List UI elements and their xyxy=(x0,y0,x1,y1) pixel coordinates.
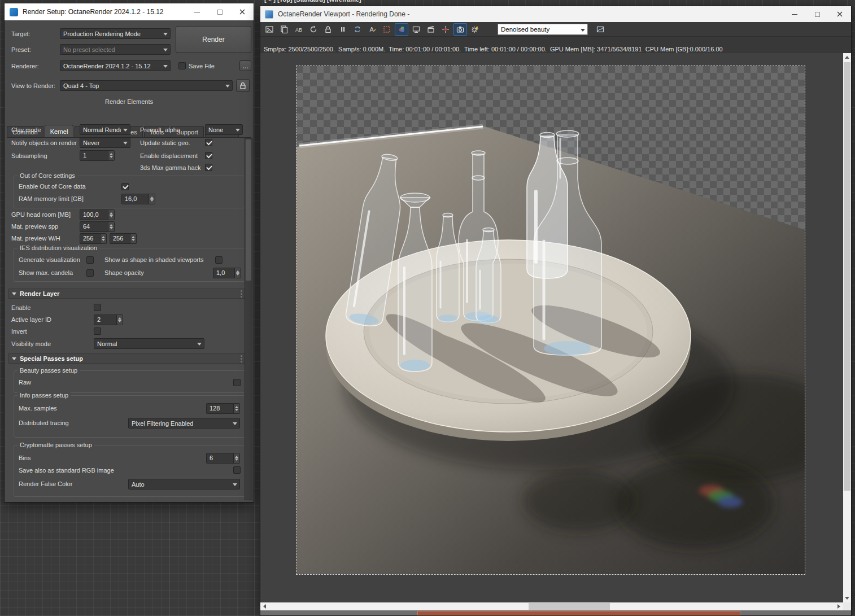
tab-kernel[interactable]: Kernel xyxy=(45,125,74,137)
max-samples-spinner[interactable]: 128 xyxy=(206,403,240,414)
scroll-left-icon[interactable] xyxy=(260,602,268,610)
octane-titlebar[interactable]: OctaneRender Viewport - Rendering Done - xyxy=(260,6,851,22)
vertical-scrollbar-thumb[interactable] xyxy=(844,62,850,491)
render-passes-icon[interactable] xyxy=(395,23,408,36)
render-view-area[interactable] xyxy=(260,53,843,602)
gamma-hack-checkbox[interactable] xyxy=(205,164,212,171)
subsampling-spinner[interactable]: 1 xyxy=(80,150,115,161)
sync-icon[interactable] xyxy=(351,23,364,36)
scroll-up-icon[interactable] xyxy=(843,53,851,61)
denoiser-dropdown[interactable]: Denoised beauty xyxy=(498,24,588,35)
spinner-arrows-icon[interactable] xyxy=(234,268,241,278)
active-layer-spinner[interactable]: 2 xyxy=(94,314,123,325)
lock-icon xyxy=(239,82,246,89)
spinner-arrows-icon[interactable] xyxy=(130,234,136,243)
lut-icon[interactable] xyxy=(594,23,607,36)
dialog-scrollbar-thumb[interactable] xyxy=(246,139,251,281)
save-rgb-checkbox[interactable] xyxy=(233,466,241,474)
show-candela-checkbox[interactable] xyxy=(86,269,94,277)
premult-alpha-dropdown[interactable]: None xyxy=(205,124,243,135)
render-layer-rollout[interactable]: Render Layer xyxy=(8,289,247,299)
raw-checkbox[interactable] xyxy=(233,379,241,386)
mat-preview-spp-spinner[interactable]: 64 xyxy=(80,221,115,232)
preset-dropdown[interactable]: No preset selected xyxy=(60,44,171,55)
camera-icon[interactable] xyxy=(453,23,467,36)
clay-mode-dropdown[interactable]: Normal Rende xyxy=(80,124,130,135)
view-to-render-label: View to Render: xyxy=(11,82,55,89)
save-file-checkbox[interactable] xyxy=(178,62,186,69)
mat-preview-h-value: 256 xyxy=(110,234,130,243)
octane-app-icon xyxy=(265,10,273,19)
spinner-arrows-icon[interactable] xyxy=(108,222,114,231)
browse-button[interactable]: ... xyxy=(239,60,251,71)
maximize-icon[interactable] xyxy=(208,3,231,20)
mat-preview-w-spinner[interactable]: 256 xyxy=(80,233,107,244)
notify-objects-dropdown[interactable]: Never xyxy=(80,137,130,148)
region-render-icon[interactable] xyxy=(380,23,394,36)
false-color-dropdown[interactable]: Auto xyxy=(128,479,240,490)
export-image-icon[interactable] xyxy=(263,23,276,36)
ab-compare-icon[interactable]: AB xyxy=(292,23,306,36)
ooc-enable-checkbox[interactable] xyxy=(121,183,129,190)
renderer-dropdown[interactable]: OctaneRender 2024.1.2 - 15.12 xyxy=(60,60,171,71)
scroll-right-icon[interactable] xyxy=(835,602,843,610)
mat-preview-wh-label: Mat. preview W/H xyxy=(11,235,60,242)
enable-displacement-checkbox[interactable] xyxy=(205,152,212,159)
kernel-settings-icon[interactable] xyxy=(468,23,482,36)
scroll-down-icon[interactable] xyxy=(843,595,851,602)
out-of-core-group: Out of Core settings Enable Out of Core … xyxy=(14,176,245,208)
rendered-image[interactable] xyxy=(296,65,805,575)
show-shape-checkbox[interactable] xyxy=(215,256,223,264)
render-setup-titlebar[interactable]: Render Setup: OctaneRender 2024.1.2 - 15… xyxy=(5,3,254,20)
target-dropdown[interactable]: Production Rendering Mode xyxy=(60,28,171,39)
picker-icon[interactable] xyxy=(439,23,452,36)
track-bar xyxy=(260,610,851,615)
visibility-mode-dropdown[interactable]: Normal xyxy=(94,338,204,349)
dialog-scrollbar[interactable] xyxy=(245,138,252,500)
show-shape-label: Show as shape in shaded viewports xyxy=(104,256,204,263)
mat-preview-h-spinner[interactable]: 256 xyxy=(110,233,137,244)
special-passes-rollout[interactable]: Special Passes setup xyxy=(8,353,247,364)
rollout-collapse-icon xyxy=(12,357,16,362)
spinner-arrows-icon[interactable] xyxy=(100,234,106,243)
spinner-arrows-icon[interactable] xyxy=(149,194,155,204)
text-overlay-icon[interactable]: A xyxy=(365,23,379,36)
shape-opacity-spinner[interactable]: 1,0 xyxy=(213,268,241,278)
horizontal-scrollbar-thumb[interactable] xyxy=(529,603,610,610)
update-static-checkbox[interactable] xyxy=(205,139,212,146)
spinner-arrows-icon[interactable] xyxy=(108,210,114,220)
layer-enable-checkbox[interactable] xyxy=(94,304,101,311)
clipboard-icon[interactable] xyxy=(277,23,291,36)
distributed-tracing-dropdown[interactable]: Pixel Filtering Enabled xyxy=(128,418,240,429)
track-bar-range[interactable] xyxy=(417,611,740,615)
film-clap-icon[interactable] xyxy=(424,23,438,36)
lock-icon[interactable] xyxy=(321,23,335,36)
spinner-arrows-icon[interactable] xyxy=(233,404,239,413)
spinner-arrows-icon[interactable] xyxy=(108,151,114,160)
active-layer-label: Active layer ID xyxy=(11,316,51,323)
save-rgb-label: Save also as standard RGB image xyxy=(19,467,114,474)
pause-icon[interactable] xyxy=(336,23,350,36)
render-button[interactable]: Render xyxy=(176,26,251,53)
generate-visualization-checkbox[interactable] xyxy=(86,256,94,264)
renderer-value: OctaneRender 2024.1.2 - 15.12 xyxy=(63,63,151,69)
minimize-icon[interactable] xyxy=(783,6,806,22)
horizontal-scrollbar[interactable] xyxy=(260,602,843,610)
close-icon[interactable] xyxy=(231,3,254,20)
ram-limit-spinner[interactable]: 16,0 xyxy=(121,194,155,204)
lock-view-button[interactable] xyxy=(236,79,250,92)
bins-spinner[interactable]: 6 xyxy=(206,453,240,464)
minimize-icon[interactable] xyxy=(186,3,208,20)
gpu-headroom-spinner[interactable]: 100,0 xyxy=(80,209,115,220)
view-to-render-dropdown[interactable]: Quad 4 - Top xyxy=(60,80,233,91)
spinner-arrows-icon[interactable] xyxy=(116,315,123,325)
invert-checkbox[interactable] xyxy=(94,327,101,335)
spinner-arrows-icon[interactable] xyxy=(233,453,239,463)
max-samples-label: Max. samples xyxy=(19,405,57,412)
maximize-icon[interactable] xyxy=(806,6,828,22)
restart-render-icon[interactable] xyxy=(307,23,320,36)
vertical-scrollbar[interactable] xyxy=(843,53,851,602)
grip-icon xyxy=(241,293,242,295)
close-icon[interactable] xyxy=(828,6,851,22)
display-icon[interactable] xyxy=(409,23,423,36)
